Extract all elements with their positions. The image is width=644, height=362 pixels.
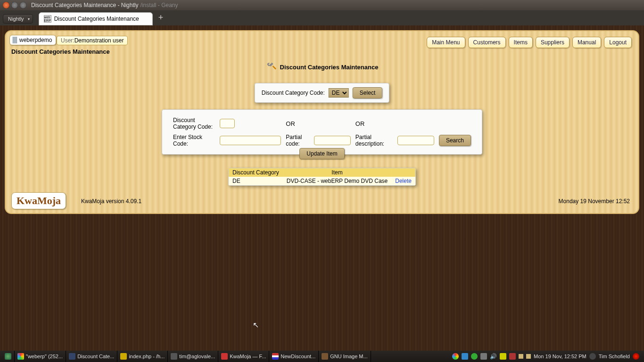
discount-category-select[interactable]: DE	[329, 88, 349, 98]
app-logo[interactable]: KwaMoja	[11, 192, 66, 209]
partial-desc-label: Partial description:	[355, 133, 393, 148]
tray-user-icon[interactable]	[589, 353, 596, 360]
partial-code-input[interactable]	[314, 136, 351, 145]
delete-link[interactable]: Delete	[395, 178, 412, 184]
workspace-indicator[interactable]	[519, 354, 523, 359]
result-item: DVD-CASE - webERP Demo DVD Case	[283, 177, 392, 185]
select-label: Discount Category Code:	[262, 90, 325, 96]
task-item[interactable]: "weberp" (252...	[15, 351, 66, 362]
window-title: Discount Categories Maintenance - Nightl…	[31, 2, 138, 8]
database-badge[interactable]: weberpdemo	[9, 35, 56, 45]
update-item-button[interactable]: Update Item	[299, 148, 344, 159]
top-nav: Main Menu Customers Items Suppliers Manu…	[427, 37, 632, 48]
stock-code-input[interactable]	[220, 136, 281, 145]
database-name: weberpdemo	[19, 37, 52, 43]
task-item[interactable]: KwaMoja — F...	[218, 351, 269, 362]
user-name: Demonstration user	[74, 37, 124, 44]
search-button[interactable]: Search	[439, 135, 471, 146]
nav-items[interactable]: Items	[509, 37, 533, 48]
discount-code-label: Discount Category Code:	[173, 116, 215, 131]
new-tab-button[interactable]: +	[158, 13, 164, 23]
window-title-suffix: /install - Geany	[140, 2, 178, 8]
tray-network-icon[interactable]	[480, 353, 487, 360]
database-icon	[13, 37, 17, 43]
page-title: Discount Categories Maintenance	[280, 64, 379, 71]
browser-tab-title: Discount Categories Maintenance	[54, 16, 139, 22]
nav-suppliers[interactable]: Suppliers	[536, 37, 570, 48]
app-version: KwaMoja version 4.09.1	[81, 198, 141, 205]
task-item[interactable]: NewDiscount...	[269, 351, 319, 362]
nav-main-menu[interactable]: Main Menu	[427, 37, 465, 48]
page-heading: Discount Categories Maintenance	[6, 61, 638, 73]
browser-tabstrip: Nightly web ERP Discount Categories Main…	[0, 10, 644, 25]
tray-volume-icon[interactable]: 🔊	[490, 353, 497, 360]
tray-icon[interactable]	[509, 353, 516, 360]
tray-icon[interactable]	[500, 353, 506, 360]
cursor-icon: ↖	[253, 321, 259, 329]
tray-icon[interactable]	[462, 353, 468, 360]
discount-code-input[interactable]	[220, 119, 235, 128]
partial-desc-input[interactable]	[397, 136, 434, 145]
window-titlebar: Discount Categories Maintenance - Nightl…	[0, 0, 644, 10]
browser-tab-active[interactable]: web ERP Discount Categories Maintenance	[39, 12, 153, 25]
or-separator-2: OR	[355, 116, 393, 131]
bookmarks-menu-button[interactable]: Nightly	[3, 14, 33, 24]
window-maximize-button[interactable]	[20, 2, 26, 8]
select-panel: Discount Category Code: DE Select	[255, 83, 389, 103]
window-close-button[interactable]	[3, 2, 9, 8]
results-panel: Discount Category Item DE DVD-CASE - web…	[228, 168, 416, 186]
task-item[interactable]: GNU Image M...	[319, 351, 371, 362]
tab-favicon-icon: web ERP	[44, 15, 51, 23]
tools-icon	[266, 61, 276, 73]
nav-customers[interactable]: Customers	[468, 37, 506, 48]
user-badge[interactable]: User:Demonstration user	[57, 36, 128, 45]
tray-chrome-icon[interactable]	[452, 353, 459, 360]
page-breadcrumb: Discount Categories Maintenance	[11, 48, 110, 55]
result-discount: DE	[229, 177, 283, 185]
os-taskbar: "weberp" (252... Discount Cate... index.…	[0, 351, 644, 362]
tray-clock[interactable]: Mon 19 Nov, 12:52 PM	[534, 354, 586, 359]
system-tray[interactable]: 🔊 Mon 19 Nov, 12:52 PM Tim Schofield	[449, 353, 642, 360]
workspace-indicator[interactable]	[526, 354, 531, 359]
results-header-discount: Discount Category	[229, 168, 283, 177]
tray-icon[interactable]	[471, 353, 478, 360]
tray-power-button[interactable]	[633, 353, 639, 360]
app-container: weberpdemo User:Demonstration user Disco…	[5, 30, 639, 214]
task-item[interactable]: Discount Cate...	[66, 351, 117, 362]
stock-code-label: Enter Stock Code:	[173, 133, 215, 148]
user-prefix: User:	[61, 37, 74, 44]
start-menu-button[interactable]	[2, 351, 15, 362]
or-separator-1: OR	[285, 116, 310, 131]
app-datetime: Monday 19 November 12:52	[559, 198, 630, 205]
partial-code-label: Partial code:	[285, 133, 310, 148]
nav-logout[interactable]: Logout	[604, 37, 632, 48]
tray-user[interactable]: Tim Schofield	[599, 354, 630, 359]
task-item[interactable]: index.php - /h...	[117, 351, 168, 362]
task-item[interactable]: tim@aglovale...	[168, 351, 218, 362]
nav-manual[interactable]: Manual	[572, 37, 601, 48]
select-button[interactable]: Select	[353, 87, 382, 99]
results-header-item: Item	[283, 168, 392, 177]
table-row: DE DVD-CASE - webERP Demo DVD Case Delet…	[229, 177, 415, 185]
window-minimize-button[interactable]	[11, 2, 18, 8]
